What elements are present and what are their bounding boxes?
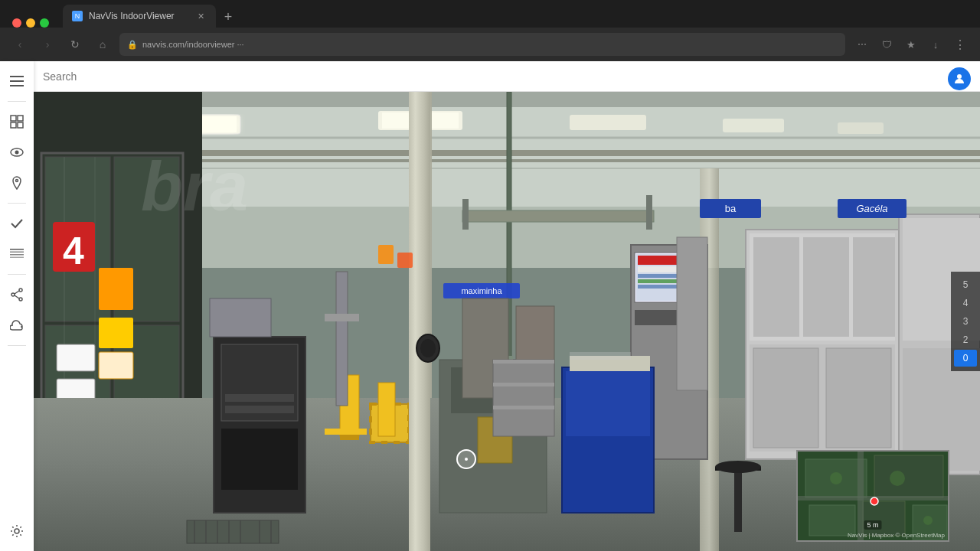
svg-rect-0 [10,76,24,77]
sidebar [0,61,34,551]
star-button[interactable]: ★ [900,34,922,55]
svg-rect-143 [874,455,943,497]
sidebar-item-menu[interactable] [3,67,31,95]
tab-favicon: N [72,11,83,21]
tab-bar: N NavVis IndoorViewer ✕ + [0,0,980,28]
sidebar-item-layers[interactable] [3,108,31,135]
back-button[interactable]: ‹ [9,34,31,55]
svg-point-16 [19,298,22,301]
new-tab-button[interactable]: + [217,6,239,28]
sidebar-item-visibility[interactable] [3,139,31,166]
svg-point-149 [830,472,842,484]
svg-rect-95 [566,371,650,436]
svg-point-14 [19,289,22,292]
svg-rect-98 [570,352,631,360]
floor-level-0[interactable]: 0 [954,350,977,367]
svg-rect-3 [11,116,16,121]
svg-point-19 [15,529,19,533]
svg-text:maximinha: maximinha [461,286,502,295]
sidebar-item-share[interactable] [3,281,31,308]
svg-point-9 [16,180,18,182]
sidebar-item-location[interactable] [3,169,31,197]
browser-window: N NavVis IndoorViewer ✕ + ‹ › ↻ ⌂ 🔒 navv… [0,0,980,551]
close-traffic-light[interactable] [12,18,21,28]
sidebar-divider-1 [8,101,26,102]
svg-rect-81 [378,383,395,436]
profile-button[interactable] [948,67,971,90]
sidebar-item-checkmark[interactable] [3,210,31,237]
svg-rect-11 [10,252,24,253]
svg-rect-13 [10,257,24,259]
svg-rect-113 [826,348,891,448]
panorama-view[interactable]: 4 bra [34,92,980,551]
sidebar-divider-3 [8,274,26,275]
svg-rect-51 [99,318,133,348]
traffic-lights [6,18,61,28]
app-content: 4 bra [0,61,980,551]
svg-rect-6 [18,122,23,128]
svg-rect-5 [11,122,16,128]
svg-rect-80 [325,429,367,435]
svg-rect-139 [493,383,554,386]
svg-rect-140 [493,406,554,409]
sidebar-item-cloud[interactable] [3,311,31,339]
svg-rect-52 [99,352,133,379]
svg-rect-96 [566,440,650,509]
svg-rect-124 [462,199,469,230]
floor-level-4[interactable]: 4 [954,295,977,311]
svg-rect-68 [409,92,430,551]
svg-point-129 [420,339,436,357]
svg-rect-73 [225,394,294,402]
menu-button[interactable]: ⋮ [949,34,971,55]
forward-button[interactable]: › [37,34,58,55]
svg-line-17 [15,291,19,294]
search-bar [34,61,980,92]
svg-rect-109 [803,237,849,337]
svg-rect-138 [493,360,554,364]
svg-rect-36 [838,122,884,134]
svg-point-8 [15,151,19,155]
svg-rect-127 [325,314,359,321]
sidebar-divider-4 [8,345,26,346]
svg-text:ba: ba [725,203,737,214]
svg-rect-2 [10,85,24,86]
tab-close-icon[interactable]: ✕ [194,10,207,22]
svg-rect-1 [10,80,24,82]
svg-rect-53 [57,344,95,371]
maximize-traffic-light[interactable] [40,18,49,28]
svg-rect-4 [18,116,23,121]
search-input[interactable] [43,70,952,83]
floor-level-5[interactable]: 5 [954,276,977,293]
extensions-button[interactable]: ⋯ [851,34,873,55]
svg-rect-72 [221,429,298,490]
sidebar-divider-2 [8,203,26,204]
sidebar-item-settings[interactable] [3,517,31,545]
svg-text:bra: bra [141,148,248,225]
svg-rect-34 [570,115,646,130]
svg-rect-123 [462,210,654,222]
svg-rect-131 [397,253,413,268]
floor-level-2[interactable]: 2 [954,331,977,348]
shield-icon: 🛡 [876,34,897,55]
minimize-traffic-light[interactable] [26,18,35,28]
tab-title: NavVis IndoorViewer [89,11,188,21]
floor-level-3[interactable]: 3 [954,313,977,330]
svg-point-150 [890,471,905,486]
nav-bar: ‹ › ↻ ⌂ 🔒 navvis.com/indoorviewer ··· ⋯ … [0,28,980,61]
sidebar-item-grid[interactable] [3,240,31,268]
active-tab[interactable]: N NavVis IndoorViewer ✕ [63,5,216,28]
svg-point-151 [923,516,933,525]
home-button[interactable]: ⌂ [92,34,113,55]
mini-map[interactable]: 5 m NavVis | Mapbox © OpenStreetMap [796,450,949,542]
svg-text:4: 4 [63,230,84,272]
address-bar[interactable]: 🔒 navvis.com/indoorviewer ··· [119,33,845,56]
refresh-button[interactable]: ↻ [64,34,86,55]
svg-text:Gacéla: Gacéla [856,203,887,214]
mini-map-scale: 5 m [864,520,881,530]
svg-point-22 [957,74,962,79]
svg-rect-110 [853,237,895,337]
svg-rect-130 [378,245,394,264]
svg-rect-74 [225,406,294,413]
svg-point-101 [715,461,761,473]
download-button[interactable]: ↓ [925,34,946,55]
